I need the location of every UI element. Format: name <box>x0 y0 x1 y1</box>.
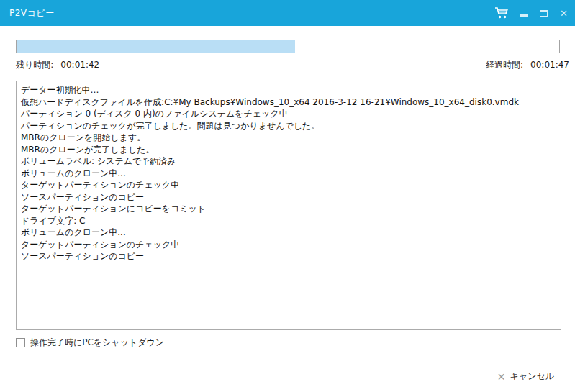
shopping-cart-icon <box>494 7 508 19</box>
progress-bar <box>16 40 560 53</box>
remaining-time-label: 残り時間: <box>16 60 53 70</box>
log-line: ターゲットパーティションにコピーをコミット <box>21 203 556 215</box>
cancel-x-icon: ✕ <box>497 372 506 382</box>
log-line: ボリュームラベル: システムで予約済み <box>21 155 556 168</box>
log-line: ターゲットパーティションのチェック中 <box>21 239 556 251</box>
maximize-icon <box>540 10 548 17</box>
log-line: MBRのクローンが完了しました。 <box>21 144 556 156</box>
maximize-button[interactable] <box>540 10 548 17</box>
p2v-copy-window: P2Vコピー ✕ 残り時間:00:01:42 <box>0 0 575 392</box>
titlebar-controls: ✕ <box>494 7 575 19</box>
window-title: P2Vコピー <box>9 7 55 19</box>
title-bar: P2Vコピー ✕ <box>0 0 575 26</box>
elapsed-time-label: 経過時間: <box>486 60 523 70</box>
minimize-button[interactable] <box>520 9 528 17</box>
log-line: MBRのクローンを開始します。 <box>21 132 556 144</box>
log-line: ドライブ文字: C <box>21 215 556 227</box>
remaining-time: 残り時間:00:01:42 <box>16 59 99 71</box>
footer-divider <box>0 360 575 360</box>
log-line: データー初期化中… <box>21 84 556 96</box>
close-button[interactable]: ✕ <box>560 9 568 18</box>
log-line: ターゲットパーティションのチェック中 <box>21 179 556 191</box>
progress-bar-fill <box>17 40 295 53</box>
log-line: ソースパーティションのコピー <box>21 250 556 263</box>
cancel-button-label: キャンセル <box>510 370 554 383</box>
shutdown-checkbox-label: 操作完了時にPCをシャットダウン <box>30 337 164 349</box>
remaining-time-value: 00:01:42 <box>60 60 99 70</box>
log-line: パーティションのチェックが完了しました。問題は見つかりませんでした。 <box>21 120 556 132</box>
shutdown-checkbox[interactable] <box>16 338 25 347</box>
operation-log[interactable]: データー初期化中… 仮想ハードディスクファイルを作成:C:¥My Backups… <box>16 81 561 330</box>
log-line: 仮想ハードディスクファイルを作成:C:¥My Backups¥Windows_1… <box>21 96 556 109</box>
elapsed-time-value: 00:01:47 <box>530 60 569 70</box>
shopping-cart-button[interactable] <box>494 7 508 19</box>
log-line: パーティション 0 (ディスク 0 内)のファイルシステムをチェック中 <box>21 108 556 120</box>
log-line: ボリュームのクローン中... <box>21 168 556 180</box>
minimize-icon <box>520 14 528 17</box>
cancel-button[interactable]: ✕ キャンセル <box>497 370 554 383</box>
elapsed-time: 経過時間:00:01:47 <box>486 59 569 71</box>
shutdown-option: 操作完了時にPCをシャットダウン <box>16 337 164 349</box>
log-line: ボリュームのクローン中... <box>21 227 556 239</box>
log-line: ソースパーティションのコピー <box>21 191 556 204</box>
